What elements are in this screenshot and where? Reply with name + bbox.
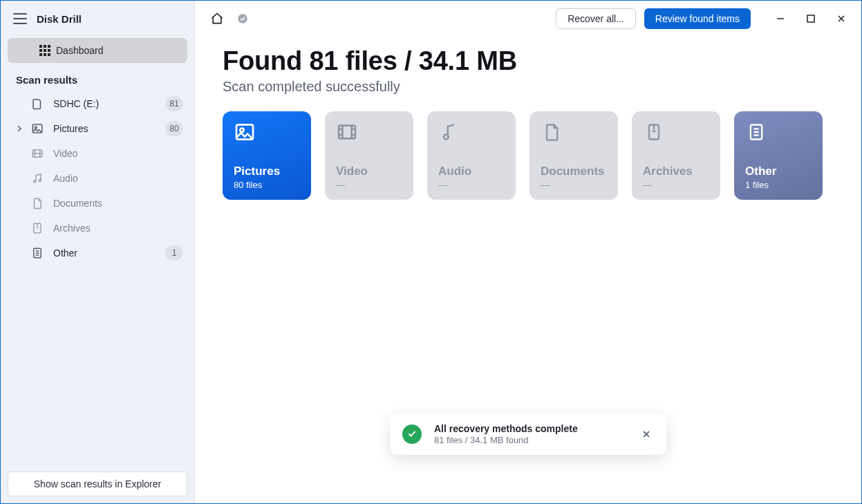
svg-rect-3 [39,49,42,52]
archive-icon [643,121,665,143]
toast-notification: All recovery methods complete 81 files /… [390,413,666,455]
card-archives[interactable]: Archives — [632,111,720,200]
sidebar-item-label: Video [53,148,78,159]
sd-card-icon [31,97,44,110]
card-title: Audio [438,165,505,178]
svg-rect-0 [39,45,42,48]
svg-rect-20 [339,126,355,139]
card-sub: — [438,180,505,190]
toast-subtitle: 81 files / 34.1 MB found [434,435,626,445]
doc-icon [31,197,44,209]
sidebar-item-pictures[interactable]: Pictures 80 [1,116,194,141]
count-badge: 80 [165,121,183,136]
card-sub: — [643,180,709,190]
app-title: Disk Drill [37,13,82,25]
window-close-icon[interactable] [834,11,849,26]
card-sub: 1 files [745,180,812,190]
menu-icon[interactable] [13,12,27,26]
recover-all-button[interactable]: Recover all... [556,8,636,29]
svg-point-12 [34,180,36,183]
other-icon [31,247,44,259]
card-other[interactable]: Other 1 files [734,111,823,200]
review-items-button[interactable]: Review found items [644,8,751,29]
card-title: Pictures [234,165,300,178]
main-area: Recover all... Review found items Found … [195,1,861,503]
svg-point-21 [444,135,449,140]
nav-dashboard-label: Dashboard [56,45,104,56]
sidebar-item-label: Documents [53,198,102,209]
toolbar: Recover all... Review found items [195,1,861,37]
svg-rect-6 [39,53,42,56]
svg-rect-17 [807,15,814,22]
page-subtitle: Scan completed successfully [223,79,834,95]
check-badge-icon [236,12,249,25]
pictures-icon [31,122,44,135]
card-video[interactable]: Video — [325,111,413,200]
pictures-icon [234,121,256,143]
sidebar: Disk Drill Dashboard Scan results [1,1,195,503]
svg-rect-4 [44,49,46,52]
sidebar-item-drive[interactable]: SDHC (E:) 81 [1,91,194,116]
svg-rect-5 [48,49,50,52]
chevron-right-icon[interactable] [16,125,23,132]
card-title: Archives [643,165,709,178]
nav-dashboard[interactable]: Dashboard [8,38,187,63]
page-title: Found 81 files / 34.1 MB [223,46,834,76]
sidebar-item-archives[interactable]: Archives [1,216,194,241]
svg-rect-1 [44,45,46,48]
archive-icon [31,222,44,234]
card-sub: — [336,180,402,190]
card-documents[interactable]: Documents — [530,111,618,200]
sidebar-item-video[interactable]: Video [1,141,194,166]
home-icon[interactable] [210,12,224,26]
video-icon [336,121,358,143]
sidebar-header: Disk Drill [1,1,194,37]
svg-rect-2 [48,45,50,48]
svg-point-16 [238,14,247,24]
sidebar-item-other[interactable]: Other 1 [1,241,194,265]
sidebar-item-audio[interactable]: Audio [1,166,194,191]
app-window: Disk Drill Dashboard Scan results [0,0,862,504]
show-in-explorer-button[interactable]: Show scan results in Explorer [8,472,187,496]
window-maximize-icon[interactable] [803,11,818,26]
card-sub: — [541,180,607,190]
card-sub: 80 files [234,180,300,190]
svg-rect-8 [48,53,50,56]
audio-icon [31,172,44,185]
svg-point-13 [39,180,41,182]
video-icon [31,147,44,160]
count-badge: 1 [165,245,183,261]
sidebar-item-documents[interactable]: Documents [1,191,194,216]
sidebar-item-label: Pictures [53,123,88,134]
svg-point-10 [35,127,37,129]
other-icon [745,121,767,143]
sidebar-item-label: Archives [53,223,91,234]
audio-icon [438,121,460,143]
card-audio[interactable]: Audio — [427,111,516,200]
doc-icon [541,121,563,143]
svg-point-19 [240,129,243,132]
card-pictures[interactable]: Pictures 80 files [223,111,311,200]
headline: Found 81 files / 34.1 MB Scan completed … [195,37,861,95]
window-minimize-icon[interactable] [773,11,788,26]
sidebar-item-label: SDHC (E:) [53,98,99,109]
category-cards: Pictures 80 files Video — [195,95,861,200]
toast-title: All recovery methods complete [434,423,626,434]
count-badge: 81 [165,96,183,111]
card-title: Documents [541,165,607,178]
close-icon[interactable] [639,427,654,442]
check-icon [402,424,422,444]
sidebar-item-label: Audio [53,173,78,184]
card-title: Video [336,165,402,178]
svg-rect-7 [44,53,46,56]
sidebar-section-header: Scan results [1,64,194,91]
sidebar-item-label: Other [53,248,77,259]
card-title: Other [745,165,812,178]
grid-icon [38,44,52,57]
